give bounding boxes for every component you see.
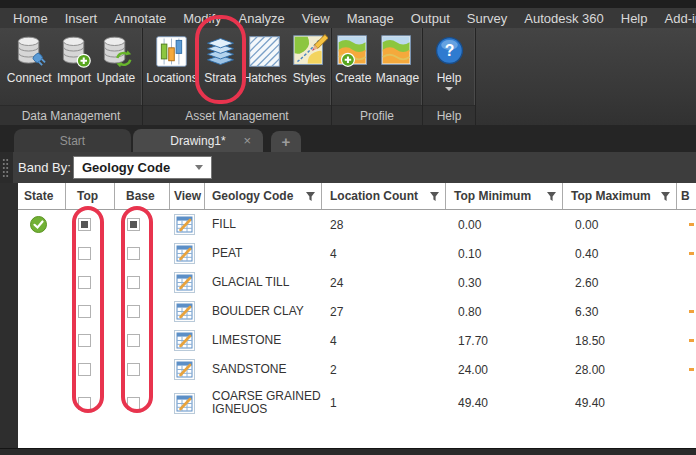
menu-view[interactable]: View — [302, 11, 330, 26]
base-checkbox[interactable] — [127, 334, 140, 347]
top-maximum-value: 28.00 — [575, 363, 605, 377]
base-checkbox[interactable] — [127, 397, 140, 410]
update-button[interactable]: Update — [97, 31, 136, 85]
geology-code-value: LIMESTONE — [212, 334, 281, 347]
top-checkbox[interactable] — [78, 305, 91, 318]
base-checkbox[interactable] — [127, 363, 140, 376]
header-top[interactable]: Top — [66, 183, 115, 209]
base-checkbox[interactable] — [127, 247, 140, 260]
top-minimum-value: 0.80 — [458, 305, 481, 319]
profile-icon — [379, 33, 416, 70]
view-details-icon[interactable] — [174, 330, 195, 351]
table-row: GLACIAL TILL 24 0.30 2.60 — [18, 268, 696, 297]
view-details-icon[interactable] — [174, 243, 195, 264]
ribbon-group-data-management: Connect Import — [0, 28, 143, 125]
connect-button[interactable]: Connect — [7, 31, 52, 85]
view-details-icon[interactable] — [174, 214, 195, 235]
top-maximum-value: 2.60 — [575, 276, 598, 290]
band-by-toolbar: Band By: Geology Code — [0, 152, 696, 183]
filter-icon[interactable] — [430, 192, 439, 201]
location-count-value: 4 — [330, 334, 337, 348]
view-details-icon[interactable] — [174, 393, 195, 414]
table-row: LIMESTONE 4 17.70 18.50 — [18, 326, 696, 355]
svg-text:?: ? — [444, 42, 454, 59]
header-view[interactable]: View — [170, 183, 205, 209]
location-count-value: 24 — [330, 276, 343, 290]
top-maximum-value: 18.50 — [575, 334, 605, 348]
menu-analyze[interactable]: Analyze — [239, 11, 285, 26]
group-label-data-management: Data Management — [0, 105, 142, 125]
geology-code-value: COARSE GRAINED IGNEUOS — [212, 390, 322, 416]
geology-code-value: GLACIAL TILL — [212, 276, 289, 289]
band-by-value: Geology Code — [82, 160, 195, 175]
filter-icon[interactable] — [661, 192, 670, 201]
chevron-down-icon — [195, 165, 203, 170]
table-row: BOULDER CLAY 27 0.80 6.30 — [18, 297, 696, 326]
top-checkbox[interactable] — [78, 247, 91, 260]
menu-manage[interactable]: Manage — [347, 11, 394, 26]
close-tab-icon[interactable]: × — [243, 134, 251, 147]
database-plug-icon — [11, 33, 48, 70]
menu-annotate[interactable]: Annotate — [114, 11, 166, 26]
header-location-count[interactable]: Location Count — [322, 183, 446, 209]
header-geology-code[interactable]: Geology Code — [205, 183, 322, 209]
top-checkbox[interactable] — [78, 334, 91, 347]
create-profile-button[interactable]: Create — [335, 31, 372, 85]
menu-addin[interactable]: Add-in — [665, 11, 696, 26]
header-top-minimum[interactable]: Top Minimum — [446, 183, 563, 209]
filter-icon[interactable] — [306, 192, 315, 201]
manage-profile-button[interactable]: Manage — [376, 31, 419, 85]
view-details-icon[interactable] — [174, 272, 195, 293]
import-button[interactable]: Import — [56, 31, 93, 85]
bottom-dark-edge — [0, 448, 696, 455]
header-cut-column[interactable]: B — [677, 183, 696, 209]
ribbon: Connect Import — [0, 28, 696, 125]
menu-modify[interactable]: Modify — [183, 11, 221, 26]
strata-button[interactable]: Strata — [202, 31, 239, 85]
base-checkbox[interactable] — [127, 276, 140, 289]
left-dark-margin — [0, 183, 18, 448]
hatches-button[interactable]: Hatches — [243, 31, 287, 85]
view-details-icon[interactable] — [174, 301, 195, 322]
tab-drawing1[interactable]: Drawing1* × — [133, 129, 263, 152]
ribbon-group-help: ? Help Help — [423, 28, 476, 125]
top-checkbox[interactable] — [78, 397, 91, 410]
styles-button[interactable]: Styles — [291, 31, 328, 85]
top-maximum-value: 49.40 — [575, 396, 605, 410]
top-checkbox[interactable] — [78, 276, 91, 289]
top-checkbox[interactable] — [78, 363, 91, 376]
filter-icon[interactable] — [547, 192, 556, 201]
band-by-label: Band By: — [18, 160, 71, 175]
ribbon-empty-area — [476, 28, 696, 125]
top-checkbox[interactable] — [78, 218, 91, 231]
menu-output[interactable]: Output — [411, 11, 450, 26]
base-checkbox[interactable] — [127, 218, 140, 231]
menu-home[interactable]: Home — [13, 11, 48, 26]
view-details-icon[interactable] — [174, 359, 195, 380]
top-maximum-value: 6.30 — [575, 305, 598, 319]
ribbon-group-asset-management: Locations Strata — [143, 28, 332, 125]
clipped-value-fragment — [689, 223, 694, 226]
header-base[interactable]: Base — [115, 183, 170, 209]
header-top-maximum[interactable]: Top Maximum — [563, 183, 677, 209]
hatch-pattern-icon — [246, 33, 283, 70]
menu-autodesk360[interactable]: Autodesk 360 — [524, 11, 604, 26]
top-minimum-value: 0.10 — [458, 247, 481, 261]
panel-drag-grip[interactable] — [2, 158, 9, 178]
base-checkbox[interactable] — [127, 305, 140, 318]
geology-code-value: BOULDER CLAY — [212, 305, 304, 318]
help-button[interactable]: ? Help — [431, 31, 468, 91]
new-tab-button[interactable]: + — [271, 131, 301, 152]
menu-help[interactable]: Help — [621, 11, 648, 26]
header-state[interactable]: State — [18, 183, 66, 209]
menu-insert[interactable]: Insert — [65, 11, 98, 26]
menu-survey[interactable]: Survey — [467, 11, 507, 26]
location-count-value: 27 — [330, 305, 343, 319]
location-count-value: 4 — [330, 247, 337, 261]
tab-start[interactable]: Start — [14, 129, 131, 152]
location-count-value: 28 — [330, 218, 343, 232]
top-maximum-value: 0.40 — [575, 247, 598, 261]
band-by-dropdown[interactable]: Geology Code — [73, 156, 212, 179]
locations-button[interactable]: Locations — [146, 31, 197, 85]
geology-table: State Top Base View Geology Code Locatio… — [18, 183, 696, 448]
